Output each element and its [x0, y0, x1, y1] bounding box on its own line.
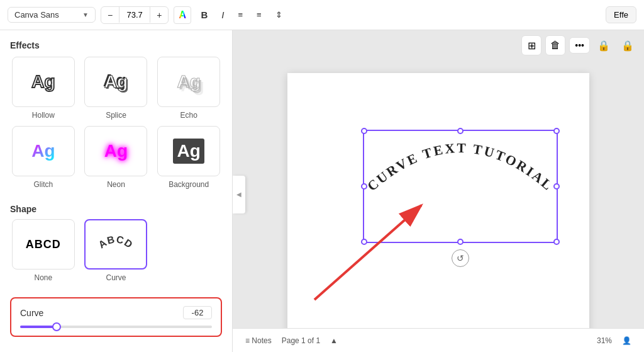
notes-icon: ≡: [245, 336, 250, 345]
slider-fill: [20, 326, 57, 328]
font-name: Canva Sans: [14, 10, 59, 20]
top-toolbar: Canva Sans ▼ − 73.7 + A B I ≡ ≡ ⇕ Effe: [0, 0, 644, 30]
color-button[interactable]: A: [174, 6, 191, 24]
increase-size-button[interactable]: +: [150, 7, 168, 23]
canvas-toolbar: ⊞ 🗑 ••• 🔒 🔒: [233, 30, 644, 60]
text-selection-box: CURVE TEXT TUTORIAL ↺: [363, 130, 558, 243]
effects-button[interactable]: Effe: [606, 6, 636, 23]
effect-hollow-text: Ag: [31, 72, 55, 92]
curve-section: Curve -62: [10, 297, 222, 337]
shape-curve-label: Curve: [106, 273, 126, 282]
lock-icon: 🔒: [597, 40, 610, 51]
effect-background-preview: Ag: [157, 126, 220, 176]
delete-icon: 🗑: [550, 40, 560, 51]
rotate-handle[interactable]: ↺: [452, 249, 469, 267]
canvas-page: CURVE TEXT TUTORIAL ↺: [287, 73, 589, 328]
effects-grid: Ag Hollow Ag Splice Ag Echo A: [0, 57, 232, 199]
curve-shape-svg: ABCD: [91, 225, 141, 263]
effect-background-label: Background: [169, 180, 209, 189]
left-panel: Effects Ag Hollow Ag Splice Ag: [0, 30, 233, 352]
panel-title: Effects: [0, 30, 232, 57]
curve-value: -62: [183, 306, 212, 319]
effect-echo[interactable]: Ag Echo: [155, 57, 222, 120]
shapes-grid: ABCD None ABCD Curve: [0, 219, 232, 292]
shape-section-title: Shape: [0, 199, 232, 219]
curve-label: Curve: [20, 308, 43, 318]
add-frame-icon: ⊞: [528, 40, 536, 52]
bottom-bar: ≡ Notes Page 1 of 1 ▲ 31% 👤: [233, 328, 644, 352]
bold-button[interactable]: B: [196, 7, 212, 23]
font-selector[interactable]: Canva Sans ▼: [8, 7, 96, 23]
chevron-down-icon: ▼: [82, 11, 89, 18]
extra-lock-button[interactable]: 🔒: [618, 35, 638, 55]
font-size-group: − 73.7 +: [101, 6, 169, 24]
effect-neon-preview: Ag: [84, 126, 147, 176]
curve-slider[interactable]: [20, 326, 212, 328]
effect-splice-label: Splice: [106, 111, 126, 120]
canvas-area: ⊞ 🗑 ••• 🔒 🔒 ◀: [233, 30, 644, 352]
effect-echo-label: Echo: [180, 111, 197, 120]
canvas-scroll: ◀: [233, 60, 644, 328]
effect-splice-preview: Ag: [84, 57, 147, 107]
lock-button[interactable]: 🔒: [594, 35, 614, 55]
more-options-button[interactable]: •••: [569, 37, 590, 54]
shape-none-text: ABCD: [26, 238, 61, 251]
person-icon: 👤: [622, 336, 631, 345]
zoom-level: 31%: [597, 336, 612, 345]
more-options-icon: •••: [575, 40, 584, 50]
effect-glitch-label: Glitch: [33, 180, 53, 189]
rotate-icon: ↺: [457, 253, 464, 263]
effect-hollow-label: Hollow: [32, 111, 55, 120]
notes-button[interactable]: ≡ Notes: [240, 334, 277, 347]
effect-glitch-preview: Ag: [12, 126, 75, 176]
main-area: Effects Ag Hollow Ag Splice Ag: [0, 30, 644, 352]
shape-curve-preview: ABCD: [84, 219, 147, 270]
curved-text-svg: CURVE TEXT TUTORIAL: [364, 131, 557, 242]
effect-glitch-text: Ag: [31, 141, 55, 161]
effect-hollow[interactable]: Ag Hollow: [10, 57, 77, 120]
color-icon: A: [179, 9, 187, 21]
effect-neon-label: Neon: [107, 180, 125, 189]
add-frame-button[interactable]: ⊞: [521, 35, 541, 55]
shape-curve[interactable]: ABCD Curve: [83, 219, 150, 282]
list-button[interactable]: ≡: [252, 8, 266, 22]
effect-background-text: Ag: [173, 139, 204, 164]
effect-hollow-preview: Ag: [12, 57, 75, 107]
page-info: Page 1 of 1: [282, 336, 320, 345]
left-scroll-arrow[interactable]: ◀: [233, 176, 245, 213]
svg-text:ABCD: ABCD: [97, 234, 135, 250]
effect-splice[interactable]: Ag Splice: [83, 57, 150, 120]
decrease-size-button[interactable]: −: [101, 7, 119, 23]
align-button[interactable]: ≡: [233, 8, 247, 22]
notes-label: Notes: [252, 336, 271, 345]
effect-neon-text: Ag: [104, 141, 128, 161]
shape-none-preview: ABCD: [12, 219, 75, 270]
curve-row: Curve -62: [20, 306, 212, 319]
font-size-value: 73.7: [119, 7, 150, 23]
expand-icon: ▲: [330, 336, 338, 345]
shape-none-label: None: [34, 273, 52, 282]
extra-lock-icon: 🔒: [621, 40, 634, 51]
spacing-button[interactable]: ⇕: [271, 8, 287, 22]
effect-echo-preview: Ag: [157, 57, 220, 107]
effect-splice-text: Ag: [104, 72, 128, 92]
zoom-button[interactable]: 👤: [617, 334, 636, 347]
delete-button[interactable]: 🗑: [545, 35, 565, 55]
expand-button[interactable]: ▲: [325, 334, 343, 347]
effect-glitch[interactable]: Ag Glitch: [10, 126, 77, 189]
effect-neon[interactable]: Ag Neon: [83, 126, 150, 189]
effect-background[interactable]: Ag Background: [155, 126, 222, 189]
italic-button[interactable]: I: [217, 7, 228, 23]
svg-text:CURVE TEXT TUTORIAL: CURVE TEXT TUTORIAL: [364, 140, 556, 194]
effect-echo-text: Ag: [177, 72, 200, 92]
slider-thumb[interactable]: [52, 322, 61, 331]
shape-none[interactable]: ABCD None: [10, 219, 77, 282]
